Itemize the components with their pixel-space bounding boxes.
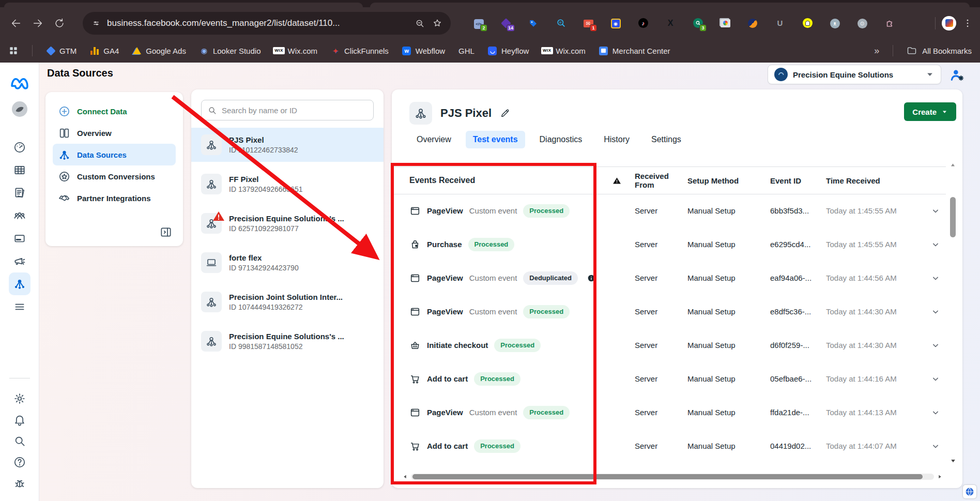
url-text[interactable]: business.facebook.com/events_manager2/li… <box>107 18 409 28</box>
forward-button[interactable] <box>29 14 47 32</box>
event-row[interactable]: PageView Custom event Deduplicated Serve… <box>392 261 946 295</box>
rail-item[interactable] <box>9 430 30 451</box>
expand-row-chevron[interactable] <box>930 340 941 351</box>
extension-button[interactable]: </> 2 <box>473 18 484 28</box>
rail-item[interactable] <box>9 136 30 159</box>
browser-tab[interactable] <box>370 3 970 7</box>
pixel-list-item[interactable]: Precision Joint Solution Inter... ID 107… <box>191 285 384 319</box>
all-bookmarks-button[interactable]: All Bookmarks <box>907 45 972 56</box>
collapse-panel-icon[interactable] <box>159 225 173 239</box>
extension-button[interactable] <box>720 18 730 28</box>
event-row[interactable]: Purchase Processed Server Manual Setup e… <box>392 227 946 261</box>
business-selector[interactable]: ◠ Precision Equine Solutions <box>768 65 941 84</box>
rail-item[interactable] <box>9 227 30 250</box>
rail-item[interactable] <box>9 409 30 430</box>
rail-item[interactable] <box>9 250 30 272</box>
extension-button[interactable] <box>556 18 566 28</box>
search-input[interactable] <box>222 106 368 115</box>
bookmarks-overflow-chevron[interactable]: » <box>874 45 879 56</box>
site-controls-icon[interactable] <box>91 18 101 28</box>
browser-profile-avatar[interactable] <box>942 16 956 31</box>
rail-item[interactable] <box>9 388 30 409</box>
nav-item[interactable]: Connect Data <box>53 100 176 122</box>
expand-row-chevron[interactable] <box>930 273 941 283</box>
zoom-icon[interactable] <box>415 18 425 28</box>
address-bar[interactable]: business.facebook.com/events_manager2/li… <box>83 12 451 35</box>
bookmark-item[interactable]: ◡ Heyflow <box>488 46 529 55</box>
bookmark-item[interactable]: Merchant Center <box>599 46 670 55</box>
extension-button[interactable]: 14 <box>501 18 511 28</box>
scroll-down-icon[interactable] <box>950 457 957 464</box>
nav-item[interactable]: Overview <box>53 122 176 144</box>
bookmark-item[interactable]: ◉ Looker Studio <box>200 46 261 55</box>
horizontal-scroll-track[interactable] <box>411 474 934 480</box>
meta-logo[interactable] <box>9 73 30 94</box>
vertical-scroll-thumb[interactable] <box>950 197 956 237</box>
extension-button[interactable] <box>802 18 813 28</box>
scroll-left-icon[interactable] <box>402 474 408 480</box>
extension-button[interactable] <box>747 18 758 28</box>
rail-item[interactable] <box>9 451 30 473</box>
edit-pencil-icon[interactable] <box>500 108 510 118</box>
extension-button[interactable]: X <box>665 18 676 28</box>
event-row[interactable]: Initiate checkout Processed Server Manua… <box>392 328 946 362</box>
extension-button[interactable]: ⊙ <box>857 18 867 28</box>
bookmark-item[interactable]: GA4 <box>90 46 119 55</box>
expand-row-chevron[interactable] <box>930 307 941 317</box>
pixel-list-item[interactable]: forte flex ID 971342924423790 <box>191 246 384 280</box>
nav-item[interactable]: Data Sources <box>53 144 176 165</box>
expand-row-chevron[interactable] <box>930 407 941 418</box>
event-row[interactable]: PageView Custom event Processed Server M… <box>392 194 946 227</box>
tab[interactable]: Test events <box>466 131 525 148</box>
back-button[interactable] <box>7 14 25 32</box>
tab[interactable]: Overview <box>409 131 458 148</box>
expand-row-chevron[interactable] <box>930 206 941 216</box>
pixel-list-item[interactable]: FF Pixel ID 1379204926663651 <box>191 167 384 201</box>
horizontal-scroll-thumb[interactable] <box>412 474 923 479</box>
rail-item[interactable] <box>9 473 30 494</box>
expand-row-chevron[interactable] <box>930 441 941 451</box>
tab[interactable]: History <box>596 131 637 148</box>
pixel-list-item[interactable]: Precision Equine Solutions's ... ID 6257… <box>191 206 384 240</box>
extension-button[interactable]: ᴥ <box>830 18 840 28</box>
expand-row-chevron[interactable] <box>930 239 941 250</box>
bookmark-item[interactable]: Google Ads <box>132 46 186 55</box>
extension-button[interactable] <box>528 18 539 28</box>
extension-button[interactable]: ◉ <box>610 18 621 28</box>
apps-grid-icon[interactable] <box>8 45 19 56</box>
event-row[interactable]: PageView Custom event Processed Server M… <box>392 396 946 429</box>
pixel-search[interactable] <box>201 100 374 120</box>
extension-button[interactable]: ✉ 1 <box>583 18 593 28</box>
extension-button[interactable] <box>884 18 895 28</box>
bookmark-item[interactable]: ✦ ClickFunnels <box>331 46 389 55</box>
admin-settings-icon[interactable] <box>949 67 966 83</box>
rail-item[interactable] <box>9 159 30 181</box>
tab[interactable]: Diagnostics <box>532 131 590 148</box>
bookmark-item[interactable]: w Webflow <box>402 46 445 55</box>
tab[interactable]: Settings <box>644 131 688 148</box>
bookmark-item[interactable]: GTM <box>46 46 76 55</box>
rail-item[interactable] <box>9 272 30 295</box>
event-row[interactable]: PageView Custom event Processed Server M… <box>392 295 946 328</box>
reload-button[interactable] <box>51 14 68 32</box>
create-button[interactable]: Create <box>904 102 956 121</box>
horizontal-scrollbar[interactable] <box>402 473 943 480</box>
scroll-up-icon[interactable] <box>950 162 956 169</box>
bookmark-item[interactable]: WIX Wix.com <box>274 46 317 55</box>
expand-row-chevron[interactable] <box>930 374 941 384</box>
rail-item[interactable] <box>9 204 30 227</box>
info-icon[interactable] <box>587 274 595 282</box>
nav-item[interactable]: Partner Integrations <box>53 187 176 209</box>
browser-tab[interactable] <box>4 3 363 7</box>
extension-button[interactable]: U <box>775 18 785 28</box>
event-row[interactable]: Add to cart Processed Server Manual Setu… <box>392 429 946 463</box>
browser-menu-icon[interactable] <box>962 18 973 28</box>
bookmark-star-icon[interactable] <box>432 18 442 28</box>
event-row[interactable]: Add to cart Processed Server Manual Setu… <box>392 362 946 396</box>
bookmark-item[interactable]: WIX Wix.com <box>542 46 586 55</box>
extension-button[interactable]: ♪ <box>638 18 648 28</box>
pixel-list-item[interactable]: PJS Pixel ID 110122462733842 <box>191 128 384 162</box>
scroll-right-icon[interactable] <box>937 474 943 480</box>
vertical-scrollbar[interactable] <box>950 162 956 464</box>
bookmark-item[interactable]: GHL <box>458 47 474 55</box>
